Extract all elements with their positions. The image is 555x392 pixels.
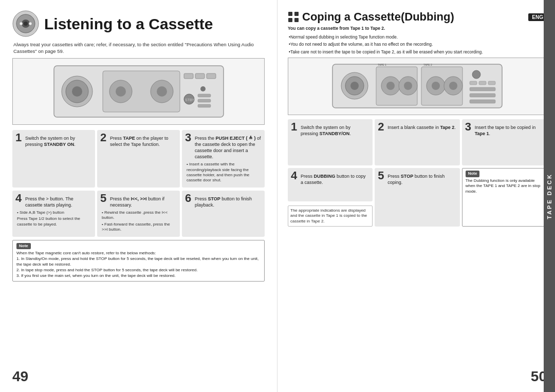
- right-intro-bold: You can copy a cassette from Tape 1 to T…: [288, 26, 547, 32]
- left-note-label: Note: [16, 243, 31, 250]
- right-cassette-image: TAPE 1 TAPE 2: [288, 58, 547, 115]
- svg-rect-24: [288, 12, 292, 16]
- svg-point-14: [157, 86, 167, 97]
- right-title-area: Coping a Cassette(Dubbing) ENG: [288, 10, 547, 24]
- svg-rect-23: [198, 104, 211, 107]
- left-note-box: Note When the Tape magnetic core can't a…: [12, 240, 265, 282]
- svg-point-42: [472, 70, 480, 79]
- svg-rect-44: [479, 81, 486, 85]
- right-note-text: The Dubbing function is only available w…: [466, 178, 543, 195]
- right-step-sub-note: The appropriate indications are displaye…: [288, 206, 373, 227]
- svg-rect-16: [195, 73, 205, 79]
- svg-rect-43: [470, 81, 477, 85]
- cassette-player-svg: STBY: [51, 63, 226, 120]
- svg-point-41: [449, 82, 457, 90]
- dubbing-title-icon: [288, 11, 299, 23]
- left-steps-row2: 4 Press the > button. The cassette start…: [12, 191, 265, 237]
- svg-rect-25: [294, 12, 299, 16]
- left-main-title: Listening to a Cassette: [44, 15, 213, 32]
- left-step-5: 5 Press the I<<, >>I button if necessary…: [97, 191, 180, 237]
- tape-deck-sidebar: TAPE DECK: [544, 0, 555, 392]
- right-step-2: 2 Insert a blank cassette in Tape 2.: [375, 119, 459, 165]
- left-step-6: 6 Press STOP button to finish playback.: [182, 191, 265, 237]
- svg-rect-48: [470, 100, 495, 103]
- right-step-4: 4 Press DUBBING button to copy a cassett…: [288, 168, 373, 201]
- svg-text:STBY: STBY: [185, 98, 195, 102]
- left-subtitle: Always treat your cassettes with care; r…: [13, 41, 265, 55]
- svg-point-34: [386, 82, 395, 90]
- svg-rect-47: [470, 94, 495, 97]
- left-cassette-image: STBY: [12, 58, 265, 125]
- svg-point-31: [350, 82, 359, 90]
- tape-deck-label: TAPE DECK: [546, 173, 552, 219]
- right-intro-bullets: •Normal speed dubbing in selecting Tape …: [288, 34, 547, 55]
- left-step-4: 4 Press the > button. The cassette start…: [12, 191, 95, 237]
- right-note-box: Note The Dubbing function is only availa…: [462, 168, 547, 227]
- right-steps-row1: 1 Switch the system on by pressing STAND…: [288, 119, 547, 165]
- svg-point-9: [72, 86, 82, 97]
- svg-point-36: [404, 82, 412, 90]
- svg-rect-22: [198, 99, 211, 102]
- right-step-3: 3 Insert the tape to be copied in Tape 1…: [462, 119, 547, 165]
- svg-point-12: [116, 86, 126, 97]
- svg-rect-26: [288, 18, 292, 22]
- left-step-2: 2 Press TAPE on the player to select the…: [97, 130, 180, 188]
- svg-rect-45: [488, 81, 495, 85]
- right-note-label: Note: [466, 171, 480, 177]
- svg-rect-46: [470, 87, 495, 91]
- svg-text:TAPE 2: TAPE 2: [423, 63, 432, 66]
- svg-rect-27: [294, 18, 299, 22]
- right-step-5: 5 Press STOP button to finish coping.: [375, 168, 459, 227]
- svg-point-4: [20, 22, 23, 25]
- left-page-number: 49: [12, 368, 28, 385]
- svg-point-39: [432, 82, 440, 90]
- svg-point-5: [29, 22, 32, 25]
- cassette-title-icon: [12, 10, 39, 37]
- left-page: Listening to a Cassette Always treat you…: [0, 0, 278, 392]
- left-note-text: When the Tape magnetic core can't auto r…: [16, 251, 261, 278]
- right-page: Coping a Cassette(Dubbing) ENG You can c…: [278, 0, 555, 392]
- svg-rect-17: [207, 73, 216, 79]
- svg-rect-15: [184, 73, 193, 79]
- left-step-1: 1 Switch the system on by pressing STAND…: [12, 130, 95, 188]
- left-title-area: Listening to a Cassette: [12, 10, 265, 37]
- svg-point-20: [200, 86, 206, 91]
- svg-rect-21: [198, 94, 211, 97]
- svg-point-3: [24, 22, 28, 26]
- right-cassette-player-svg: TAPE 1 TAPE 2: [330, 62, 505, 110]
- svg-text:TAPE 1: TAPE 1: [378, 63, 386, 66]
- right-step-1: 1 Switch the system on by pressing STAND…: [288, 119, 373, 165]
- left-steps-row1: 1 Switch the system on by pressing STAND…: [12, 130, 265, 188]
- right-main-title: Coping a Cassette(Dubbing): [302, 10, 454, 24]
- left-step-3: 3 Press the PUSH EJECT ( ≜ ) of the cass…: [182, 130, 265, 188]
- right-steps-row2: 4 Press DUBBING button to copy a cassett…: [288, 168, 547, 227]
